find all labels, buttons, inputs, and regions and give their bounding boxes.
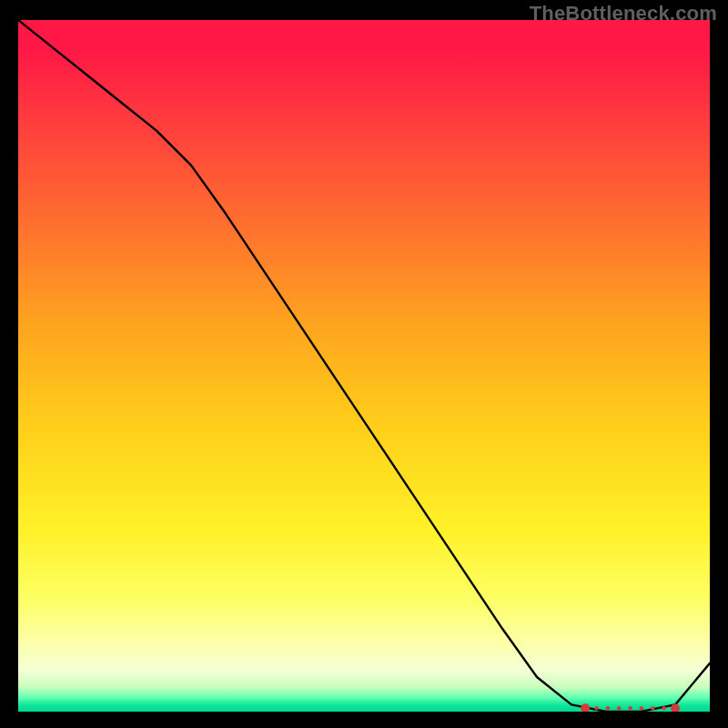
range-tick	[640, 706, 644, 711]
chart-frame: TheBottleneck.com	[0, 0, 728, 728]
range-tick	[594, 706, 599, 711]
range-tick	[628, 706, 632, 711]
range-tick	[662, 706, 666, 711]
range-tick	[606, 706, 611, 711]
bottleneck-curve	[18, 20, 710, 712]
plot-svg	[18, 20, 710, 712]
range-start-dot	[581, 703, 590, 712]
range-tick	[617, 706, 622, 711]
range-tick	[651, 706, 655, 711]
plot-area	[18, 20, 710, 712]
